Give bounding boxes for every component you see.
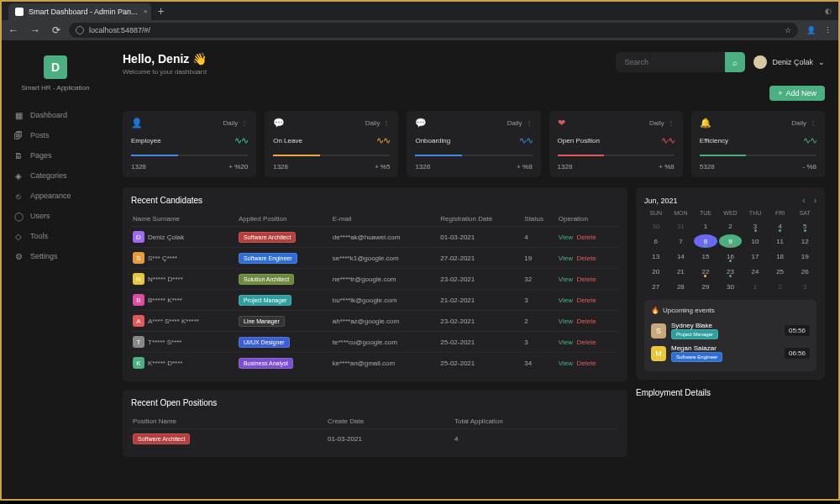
search-input[interactable] xyxy=(616,52,725,72)
cal-day[interactable]: 30 xyxy=(719,280,743,293)
address-bar[interactable]: localhost:54887/#/ ☆ xyxy=(69,23,798,38)
cal-day[interactable]: 3 xyxy=(743,219,767,233)
forward-icon[interactable]: → xyxy=(30,24,40,36)
reload-icon[interactable]: ⟳ xyxy=(52,24,60,36)
sidebar-item-categories[interactable]: ◈Categories xyxy=(2,165,109,186)
cal-day[interactable]: 28 xyxy=(669,280,693,293)
cal-day[interactable]: 5 xyxy=(793,219,816,233)
card-menu-icon[interactable]: ⋮ xyxy=(526,119,533,127)
cal-day[interactable]: 21 xyxy=(669,265,693,278)
cal-day-other[interactable]: 2 xyxy=(769,280,792,293)
cal-day[interactable]: 1 xyxy=(694,219,717,233)
cal-day[interactable]: 17 xyxy=(743,249,767,263)
weekday-label: SAT xyxy=(793,210,816,216)
sidebar-item-tools[interactable]: ◇Tools xyxy=(2,226,109,246)
weekday-label: THU xyxy=(743,210,767,216)
delete-link[interactable]: Delete xyxy=(577,255,596,262)
page-greeting: Hello, Deniz 👋 xyxy=(123,52,207,66)
stat-value: 1328 xyxy=(273,163,288,171)
user-menu[interactable]: Deniz Çolak ⌄ xyxy=(753,55,825,69)
browser-tab[interactable]: Smart Dashboard - Admin Pan... × xyxy=(8,3,151,20)
add-new-button[interactable]: +Add New xyxy=(769,86,825,101)
cal-day[interactable]: 2 xyxy=(719,219,743,233)
cal-day[interactable]: 4 xyxy=(769,219,792,233)
app-logo[interactable]: D xyxy=(44,55,67,79)
sidebar-item-dashboard[interactable]: ▦Dashboard xyxy=(2,105,109,125)
cal-day[interactable]: 6 xyxy=(644,234,668,248)
delete-link[interactable]: Delete xyxy=(577,318,596,325)
stat-title: Employee xyxy=(131,137,161,144)
profile-icon[interactable]: 👤 xyxy=(806,26,816,34)
view-link[interactable]: View xyxy=(559,318,573,325)
site-info-icon[interactable] xyxy=(76,26,84,34)
cal-day-other[interactable]: 30 xyxy=(644,219,668,233)
cal-day-other[interactable]: 1 xyxy=(743,280,767,293)
delete-link[interactable]: Delete xyxy=(577,339,596,346)
sparkline-icon: ∿∿ xyxy=(661,135,675,146)
cal-day[interactable]: 15 xyxy=(694,249,717,263)
delete-link[interactable]: Delete xyxy=(577,360,596,367)
card-menu-icon[interactable]: ⋮ xyxy=(383,119,390,127)
cal-day[interactable]: 19 xyxy=(793,249,816,263)
event-item[interactable]: SSydney BlakeProject Manager05:56 xyxy=(651,319,810,342)
cal-next-icon[interactable]: › xyxy=(814,196,816,205)
view-link[interactable]: View xyxy=(559,339,573,346)
open-positions-panel: Recent Open Positions Position NameCreat… xyxy=(123,390,627,457)
cal-day[interactable]: 7 xyxy=(669,234,693,248)
back-icon[interactable]: ← xyxy=(8,24,18,36)
card-menu-icon[interactable]: ⋮ xyxy=(241,119,248,127)
view-link[interactable]: View xyxy=(559,255,573,262)
tools-icon: ◇ xyxy=(13,231,24,241)
event-name: Megan Salazar xyxy=(671,344,780,352)
cal-day[interactable]: 26 xyxy=(793,265,816,278)
delete-link[interactable]: Delete xyxy=(577,276,596,283)
sidebar-item-posts[interactable]: 🗐Posts xyxy=(2,125,109,145)
sidebar-item-users[interactable]: ◯Users xyxy=(2,206,109,226)
cal-day-other[interactable]: 3 xyxy=(793,280,816,293)
new-tab-button[interactable]: + xyxy=(158,4,165,18)
brand-name: Smart HR - Application xyxy=(22,84,90,92)
star-icon[interactable]: ☆ xyxy=(785,26,791,34)
cal-day-other[interactable]: 31 xyxy=(669,219,693,233)
categories-icon: ◈ xyxy=(13,171,24,181)
search-button[interactable]: ⌕ xyxy=(725,52,745,72)
view-link[interactable]: View xyxy=(559,297,573,304)
cal-day[interactable]: 9 xyxy=(719,234,743,248)
menu-icon[interactable]: ⋮ xyxy=(824,26,832,34)
cal-day[interactable]: 14 xyxy=(669,249,693,263)
cal-day[interactable]: 23 xyxy=(719,265,743,278)
cal-day[interactable]: 13 xyxy=(644,249,668,263)
cal-day[interactable]: 10 xyxy=(743,234,767,248)
sidebar-item-pages[interactable]: 🗎Pages xyxy=(2,145,109,165)
view-link[interactable]: View xyxy=(559,276,573,283)
calendar-month: Jun, 2021 xyxy=(644,197,678,205)
delete-link[interactable]: Delete xyxy=(577,234,596,241)
col-header: Applied Position xyxy=(237,212,331,227)
cal-day[interactable]: 29 xyxy=(694,280,717,293)
sidebar-item-settings[interactable]: ⚙Settings xyxy=(2,246,109,266)
event-role-tag: Software Engineer xyxy=(671,352,722,362)
sidebar-item-appearance[interactable]: ⎋Appearance xyxy=(2,186,109,206)
event-item[interactable]: MMegan SalazarSoftware Engineer06:56 xyxy=(651,342,810,365)
card-menu-icon[interactable]: ⋮ xyxy=(810,119,816,127)
view-link[interactable]: View xyxy=(559,360,573,367)
cal-day[interactable]: 8 xyxy=(694,234,717,248)
cal-day[interactable]: 11 xyxy=(769,234,792,248)
appearance-icon: ⎋ xyxy=(13,191,24,201)
cal-day[interactable]: 25 xyxy=(769,265,792,278)
browser-tabbar: Smart Dashboard - Admin Pan... × + ◐ xyxy=(2,2,838,20)
cal-day[interactable]: 20 xyxy=(644,265,668,278)
weekday-label: FRI xyxy=(769,210,792,216)
cal-prev-icon[interactable]: ‹ xyxy=(802,196,805,205)
cal-day[interactable]: 27 xyxy=(644,280,668,293)
cal-day[interactable]: 24 xyxy=(743,265,767,278)
delete-link[interactable]: Delete xyxy=(577,297,596,304)
close-icon[interactable]: × xyxy=(144,8,148,15)
stat-title: On Leave xyxy=(273,137,302,144)
card-menu-icon[interactable]: ⋮ xyxy=(668,119,675,127)
view-link[interactable]: View xyxy=(559,234,573,241)
cal-day[interactable]: 18 xyxy=(769,249,792,263)
cal-day[interactable]: 16 xyxy=(719,249,743,263)
cal-day[interactable]: 22 xyxy=(694,265,717,278)
cal-day[interactable]: 12 xyxy=(793,234,816,248)
